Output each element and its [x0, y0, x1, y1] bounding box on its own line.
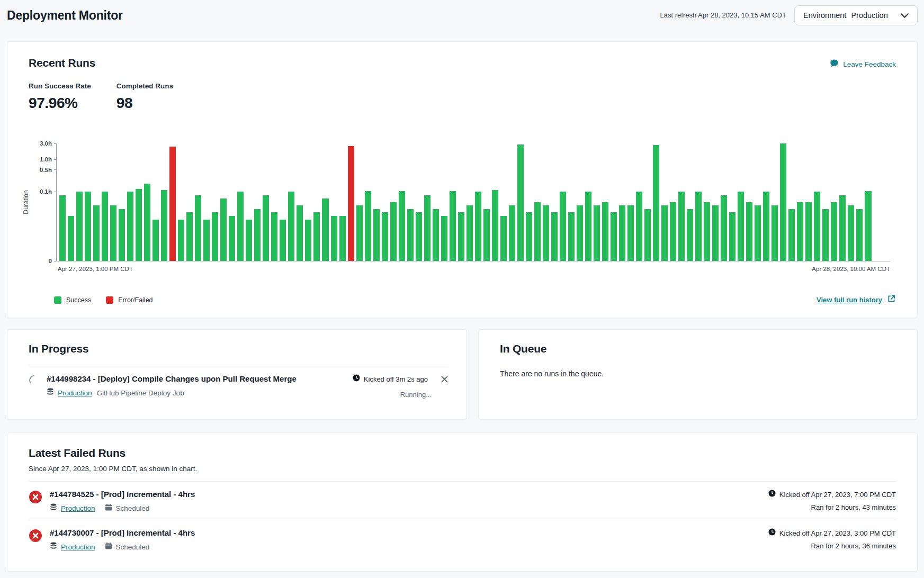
production-link[interactable]: Production [61, 504, 95, 512]
chart-bar-success [644, 209, 651, 261]
chart-bar-success [805, 202, 812, 261]
chart-bar-success [246, 220, 252, 261]
chart-bar-success [203, 220, 210, 261]
in-queue-card: In Queue There are no runs in the queue. [478, 329, 918, 420]
divider [29, 365, 448, 365]
chart-bar-success [543, 205, 549, 261]
chart-bar-success [85, 192, 91, 261]
y-tick-label: 3.0h [40, 140, 52, 147]
chart-bar-success [365, 191, 371, 261]
chart-bar-success [339, 216, 346, 261]
leave-feedback-link[interactable]: Leave Feedback [830, 59, 896, 69]
chart-bar-success [729, 212, 735, 261]
external-link-icon [887, 294, 896, 305]
run-main: #144998234 - [Deploy] Compile Changes up… [47, 374, 353, 398]
chart-bar-success [280, 220, 286, 261]
chart-bar-success [186, 212, 193, 261]
production-link[interactable]: Production [58, 389, 92, 397]
chart-bar-success [382, 212, 388, 261]
chart-bar-success [772, 205, 778, 261]
database-icon [47, 388, 54, 398]
chart-bar-success [458, 212, 464, 261]
chart-bar-success [822, 209, 829, 261]
stat-run-success-rate: Run Success Rate 97.96% [29, 82, 91, 112]
chart-bar-success [526, 212, 532, 261]
chart-bar-success [839, 195, 846, 261]
chart-bar-success [288, 192, 294, 261]
kickoff-text: Kicked off Apr 27, 2023, 7:00 PM CDT [779, 491, 896, 499]
ran-for-text: Ran for 2 hours, 36 minutes [768, 542, 896, 550]
kickoff-row: Kicked off Apr 27, 2023, 3:00 PM CDT [768, 528, 896, 538]
run-right: Kicked off Apr 27, 2023, 3:00 PM CDT Ran… [768, 528, 896, 550]
run-main: #144730007 - [Prod] Incremental - 4hrs P… [50, 528, 768, 552]
chart-legend: Success Error/Failed [54, 296, 153, 304]
y-tick-mark [54, 143, 56, 144]
chart-bar-success [687, 209, 693, 261]
environment-badge: Production [50, 503, 95, 513]
chart-bar-success [161, 190, 167, 261]
environment-dropdown-value: Production [851, 11, 887, 20]
clock-icon [353, 374, 360, 384]
chart-bar-error [169, 147, 176, 261]
trigger-text: Scheduled [116, 543, 150, 551]
chart-bar-success [467, 205, 473, 261]
run-right: Kicked off 3m 2s ago Running... [353, 374, 448, 399]
chart-bar-success [399, 191, 405, 261]
in-progress-card: In Progress #144998234 - [Deploy] Compil… [7, 329, 467, 420]
close-icon[interactable] [441, 375, 448, 383]
chart-bar-success [68, 216, 74, 261]
chart-bar-success [322, 198, 328, 261]
y-tick-label: 0.1h [40, 188, 52, 195]
chart-bar-success [577, 205, 583, 261]
chart-bar-success [568, 212, 575, 261]
chart-bar-success [627, 205, 634, 261]
queue-empty-message: There are no runs in the queue. [500, 369, 896, 378]
chart-bar-success [119, 209, 125, 261]
y-axis-label: Duration [21, 143, 31, 261]
environment-badge: Production [50, 542, 95, 552]
y-tick-mark [54, 261, 56, 261]
chart-bar-success [704, 202, 710, 261]
run-title: #144784525 - [Prod] Incremental - 4hrs [50, 490, 768, 499]
chart-bar-success [305, 220, 311, 261]
chart-bar-success [797, 202, 803, 261]
chart-bar-success [237, 192, 244, 261]
chart-bar-success [738, 192, 744, 261]
recent-runs-stats: Run Success Rate 97.96% Completed Runs 9… [29, 82, 896, 112]
production-link[interactable]: Production [61, 543, 95, 551]
failed-runs-subtitle: Since Apr 27, 2023, 1:00 PM CDT, as show… [29, 465, 896, 473]
chart-bar-success [178, 220, 184, 261]
y-tick-mark [54, 192, 56, 192]
chart-bar-success [271, 212, 277, 261]
chart-bar-success [76, 192, 83, 261]
run-title: #144998234 - [Deploy] Compile Changes up… [47, 374, 353, 383]
kickoff-row: Kicked off 3m 2s ago [353, 374, 448, 384]
chart-bar-success [500, 216, 507, 261]
stat-completed-runs: Completed Runs 98 [116, 82, 173, 112]
chart-bar-success [297, 205, 303, 261]
stat-value: 98 [116, 95, 173, 112]
chart-bar-success [534, 202, 541, 261]
y-tick-mark [54, 169, 56, 170]
database-icon [50, 503, 57, 513]
chart-bar-success [746, 202, 752, 261]
clock-icon [768, 528, 776, 538]
chart-bars [59, 143, 871, 261]
view-full-run-history-link[interactable]: View full run history [817, 294, 896, 305]
run-badges: Production Scheduled [50, 542, 768, 552]
chart-bar-success [450, 191, 456, 261]
trigger-badge: Scheduled [105, 503, 150, 513]
chart-bar-success [492, 190, 498, 261]
chart-bar-success [594, 205, 600, 261]
chart-bar-success [331, 216, 337, 261]
y-tick-mark [54, 159, 56, 160]
chart-bar-success [780, 143, 786, 261]
chart-bar-success [602, 202, 608, 261]
stat-value: 97.96% [29, 95, 91, 112]
environment-dropdown[interactable]: Environment Production [794, 5, 918, 25]
chart-bar-success [755, 205, 761, 261]
environment-badge: Production [47, 388, 92, 398]
chart-bar-success [848, 205, 854, 261]
chart-bar-success [560, 192, 566, 261]
in-progress-run-row: #144998234 - [Deploy] Compile Changes up… [29, 374, 448, 399]
